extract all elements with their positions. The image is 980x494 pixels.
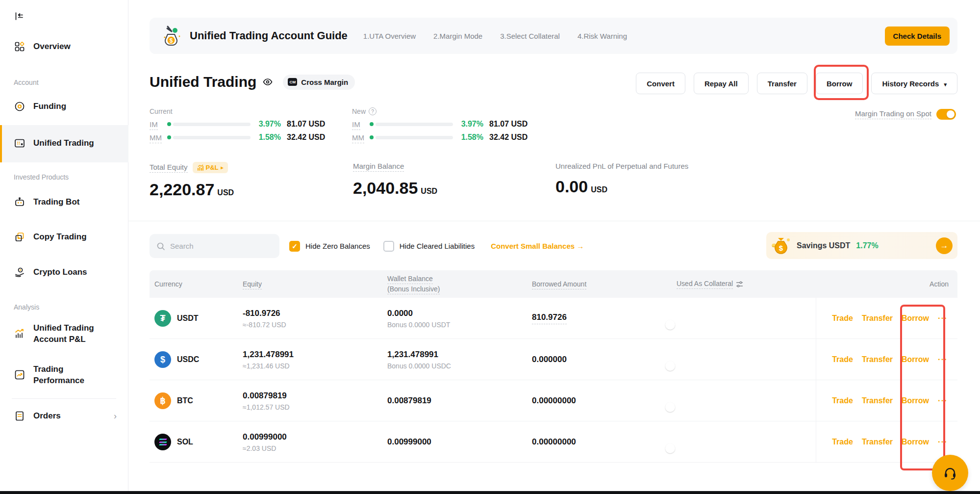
unrealized-pnl-unit: USD bbox=[591, 185, 607, 194]
section-divider bbox=[128, 221, 980, 221]
im-percent: 3.97% bbox=[453, 120, 483, 129]
borrowed-amount-value[interactable]: 810.9726 bbox=[532, 312, 567, 324]
sidebar-item-trading-performance[interactable]: Trading Performance bbox=[0, 364, 128, 387]
banner-title: Unified Trading Account Guide bbox=[190, 29, 348, 42]
convert-small-balances-link[interactable]: Convert Small Balances → bbox=[491, 242, 584, 250]
im-label[interactable]: IM bbox=[150, 120, 158, 130]
banner-step-1[interactable]: 1.UTA Overview bbox=[363, 32, 416, 40]
im-label[interactable]: IM bbox=[352, 120, 360, 130]
unified-trading-page: Overview Account Funding Unified Trading… bbox=[0, 0, 980, 494]
more-actions-icon[interactable]: ··· bbox=[938, 396, 948, 406]
more-actions-icon[interactable]: ··· bbox=[938, 437, 948, 447]
arrow-right-icon: → bbox=[577, 242, 584, 250]
sidebar-item-uta-pnl[interactable]: Unified Trading Account P&L bbox=[0, 323, 128, 345]
banner-step-4[interactable]: 4.Risk Warning bbox=[578, 32, 627, 40]
banner-step-3[interactable]: 3.Select Collateral bbox=[500, 32, 560, 40]
unrealized-pnl-stat: Unrealized PnL of Perpetual and Futures … bbox=[555, 162, 688, 196]
transfer-button[interactable]: Transfer bbox=[757, 73, 807, 94]
collateral-settings-icon[interactable] bbox=[736, 281, 743, 288]
trade-link[interactable]: Trade bbox=[832, 396, 853, 405]
search-box bbox=[150, 234, 279, 258]
borrowed-amount-value: 0.00000000 bbox=[532, 396, 576, 405]
table-row-btc: ฿ BTC 0.00879819 ≈1,012.57 USD 0.0087981… bbox=[150, 380, 957, 421]
borrow-link[interactable]: Borrow bbox=[902, 355, 929, 364]
mm-label[interactable]: MM bbox=[352, 133, 364, 143]
col-header-equity[interactable]: Equity bbox=[243, 280, 262, 289]
equity-value: 1,231.478991 bbox=[243, 350, 382, 360]
trade-link[interactable]: Trade bbox=[832, 438, 853, 446]
borrowed-amount-value: 0.00000000 bbox=[532, 437, 576, 446]
banner-step-2[interactable]: 2.Margin Mode bbox=[433, 32, 482, 40]
trade-link[interactable]: Trade bbox=[832, 355, 853, 364]
sidebar-item-copy-trading[interactable]: Copy Trading bbox=[0, 231, 128, 243]
caret-right-icon: ▸ bbox=[221, 165, 224, 170]
savings-go-button[interactable]: → bbox=[936, 237, 953, 254]
convert-button[interactable]: Convert bbox=[636, 73, 685, 94]
borrow-link[interactable]: Borrow bbox=[902, 438, 929, 446]
page-title: Unified Trading bbox=[150, 74, 256, 90]
transfer-link[interactable]: Transfer bbox=[862, 355, 893, 364]
margin-trading-on-spot-row: Margin Trading on Spot bbox=[855, 109, 956, 120]
hide-cleared-liabilities-label[interactable]: Hide Cleared Liabilities bbox=[400, 242, 475, 250]
collapse-sidebar-icon bbox=[14, 11, 25, 22]
mm-label[interactable]: MM bbox=[150, 133, 162, 143]
chevron-right-icon: › bbox=[114, 411, 117, 421]
sidebar-item-unified-trading[interactable]: Unified Trading bbox=[0, 137, 128, 149]
im-progress-track bbox=[173, 123, 251, 126]
caret-down-icon: ▾ bbox=[944, 81, 947, 87]
repay-all-button[interactable]: Repay All bbox=[694, 73, 749, 94]
account-action-buttons: Convert Repay All Transfer Borrow Histor… bbox=[636, 73, 957, 94]
equity-usd: ≈1,012.57 USD bbox=[243, 403, 382, 411]
transfer-link[interactable]: Transfer bbox=[862, 438, 893, 446]
sidebar-item-orders[interactable]: Orders › bbox=[0, 410, 128, 422]
usdt-coin-icon: ₮ bbox=[154, 310, 171, 327]
margin-balance-label[interactable]: Margin Balance bbox=[353, 162, 404, 172]
hide-zero-balances-label[interactable]: Hide Zero Balances bbox=[305, 242, 370, 250]
total-equity-label[interactable]: Total Equity bbox=[150, 163, 188, 173]
eye-icon[interactable] bbox=[262, 77, 273, 87]
usdc-coin-icon: $ bbox=[154, 351, 171, 368]
pnl-badge[interactable]: P&L ▸ bbox=[193, 162, 228, 173]
more-actions-icon[interactable]: ··· bbox=[938, 313, 948, 323]
search-icon bbox=[156, 242, 165, 251]
trade-link[interactable]: Trade bbox=[832, 314, 853, 323]
convert-small-balances-label: Convert Small Balances bbox=[491, 242, 575, 250]
sidebar-item-funding[interactable]: Funding bbox=[0, 101, 128, 112]
margin-mode-badge[interactable]: CM Cross Margin bbox=[283, 75, 355, 90]
col-header-used-as-collateral[interactable]: Used As Collateral bbox=[677, 280, 733, 289]
transfer-link[interactable]: Transfer bbox=[862, 396, 893, 405]
sidebar-item-label: Crypto Loans bbox=[33, 267, 87, 277]
search-input[interactable] bbox=[170, 242, 273, 250]
customer-support-button[interactable] bbox=[932, 455, 968, 491]
borrow-link[interactable]: Borrow bbox=[902, 314, 929, 323]
borrow-link[interactable]: Borrow bbox=[902, 396, 929, 405]
im-progress-dot bbox=[167, 122, 171, 126]
question-circle-icon[interactable]: ? bbox=[369, 107, 377, 115]
col-header-borrowed-amount[interactable]: Borrowed Amount bbox=[532, 280, 586, 289]
wallet-bonus: Bonus 0.0000 USDC bbox=[387, 362, 527, 370]
sidebar-item-crypto-loans[interactable]: Crypto Loans bbox=[0, 266, 128, 278]
borrow-button[interactable]: Borrow bbox=[816, 73, 863, 94]
transfer-link[interactable]: Transfer bbox=[862, 314, 893, 323]
total-equity-value: 2,220.87 bbox=[150, 180, 214, 199]
sidebar-collapse-button[interactable] bbox=[0, 11, 128, 22]
cross-margin-icon: CM bbox=[288, 78, 297, 86]
col-header-wallet-balance[interactable]: Wallet Balance (Bonus Inclusive) bbox=[387, 275, 440, 294]
sidebar-item-trading-bot[interactable]: Trading Bot bbox=[0, 196, 128, 208]
sidebar-section-account: Account bbox=[14, 78, 39, 86]
savings-promo-banner[interactable]: $ Savings USDT 1.77% → bbox=[766, 232, 957, 259]
check-details-button[interactable]: Check Details bbox=[885, 26, 950, 46]
im-usd-value: 81.07 USD bbox=[287, 120, 325, 129]
wallet-balance-value: 0.00999000 bbox=[387, 437, 527, 447]
margin-trading-on-spot-label[interactable]: Margin Trading on Spot bbox=[855, 109, 931, 119]
sidebar: Overview Account Funding Unified Trading… bbox=[0, 0, 128, 494]
margin-trading-on-spot-toggle[interactable] bbox=[936, 109, 956, 120]
history-records-button[interactable]: History Records ▾ bbox=[871, 73, 957, 94]
im-percent: 3.97% bbox=[251, 120, 281, 129]
hide-zero-balances-checkbox[interactable]: ✓ bbox=[289, 241, 300, 252]
sidebar-item-overview[interactable]: Overview bbox=[0, 41, 128, 52]
hide-cleared-liabilities-checkbox[interactable] bbox=[383, 241, 394, 252]
more-actions-icon[interactable]: ··· bbox=[938, 355, 948, 364]
money-bag-telescope-illustration: $ bbox=[160, 25, 183, 47]
savings-label: Savings USDT bbox=[797, 241, 850, 250]
